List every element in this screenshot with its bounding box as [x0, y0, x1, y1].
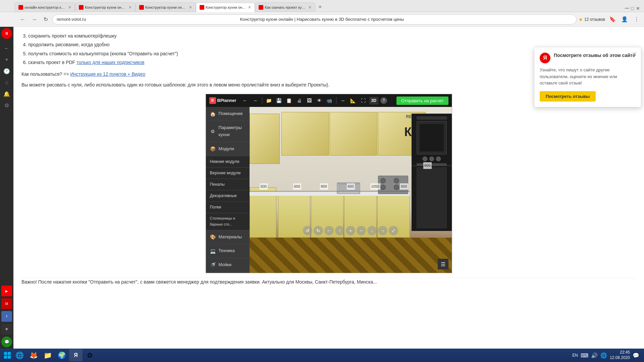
upper-cab-2: [330, 112, 377, 156]
popup-reviews-button[interactable]: Посмотреть отзывы: [540, 91, 596, 102]
toolbar-measure-icon[interactable]: ↔: [339, 97, 347, 105]
submenu-item-upper[interactable]: Верхние модули: [206, 168, 250, 179]
tab-close-4[interactable]: ✕: [248, 5, 251, 10]
taskbar-network-icon[interactable]: 🌐: [600, 352, 607, 359]
nav-pan[interactable]: ⤢: [389, 226, 398, 235]
close-button[interactable]: ✕: [636, 6, 640, 11]
submenu-item-decorative[interactable]: Декоративные: [206, 190, 250, 202]
menu-item-interior[interactable]: 🪑 Интерьер: [206, 272, 250, 273]
toolbar-open-icon[interactable]: 📁: [265, 97, 273, 105]
tab-4[interactable]: Конструктор кухни он... ✕: [196, 3, 255, 12]
toolbar-eye-icon[interactable]: 👁: [315, 97, 323, 105]
facebook-icon[interactable]: f: [1, 311, 12, 322]
toolbar-image-icon[interactable]: 🖼: [305, 97, 313, 105]
tab-favicon-3: [139, 5, 144, 10]
chat-icon[interactable]: 💬: [1, 337, 12, 347]
toolbar-save-icon[interactable]: 💾: [275, 97, 283, 105]
tab-close-1[interactable]: ✕: [68, 5, 71, 10]
nav-rotate-left[interactable]: ↺: [303, 226, 312, 235]
tab-close-2[interactable]: ✕: [128, 5, 132, 10]
toolbar-copy-icon[interactable]: 📋: [285, 97, 293, 105]
oven-screen: [417, 121, 447, 155]
address-bar: ← → ↻ remont-volot.ru Конструктор кухни …: [0, 12, 644, 27]
back-button[interactable]: ←: [18, 15, 28, 24]
menu-item-modules[interactable]: 📦 Модули: [206, 142, 250, 156]
url-bar[interactable]: remont-volot.ru: [52, 14, 577, 24]
tab-close-5[interactable]: ✕: [308, 5, 312, 10]
add-sidebar-icon[interactable]: +: [1, 324, 12, 335]
gmail-icon[interactable]: M: [1, 298, 12, 309]
profile-icon[interactable]: 👤: [620, 15, 629, 24]
taskbar-date-value: 12.08.2020: [610, 355, 630, 361]
submenu-item-countertops[interactable]: Столешницы и барные сто...: [206, 213, 250, 230]
nav-move-left[interactable]: ←: [324, 226, 334, 235]
menu-item-tech[interactable]: 💻 Техника: [206, 244, 250, 258]
popup-close-button[interactable]: ✕: [632, 51, 637, 58]
sidebar-bookmark-add[interactable]: +: [1, 54, 12, 65]
toolbar-video-icon[interactable]: 📹: [325, 97, 333, 105]
popup-header: Я Посмотрите отзывы об этом сайте: [540, 53, 636, 63]
taskbar-notification-icon[interactable]: 💬: [633, 352, 639, 359]
sidebar-star-icon[interactable]: ☆: [1, 77, 12, 88]
toolbar-3d-button[interactable]: 3D: [369, 97, 378, 105]
oven-cabinet: [412, 114, 452, 231]
toolbar-flag-icon[interactable]: 📐: [349, 97, 357, 105]
bookmark-icon[interactable]: 🔖: [608, 15, 617, 24]
dim-600-1: 600: [293, 183, 301, 190]
nav-move-right[interactable]: →: [378, 226, 387, 235]
taskbar-chrome[interactable]: 🌐: [13, 349, 26, 361]
yandex-icon[interactable]: Я: [1, 28, 12, 39]
tab-5[interactable]: Как скачать проект кухн... ✕: [255, 2, 315, 12]
submenu-item-lower[interactable]: Нижние модули: [206, 156, 250, 168]
submenu-item-shelves[interactable]: Полки: [206, 202, 250, 213]
pdf-link[interactable]: только для наших подписчиков: [76, 60, 145, 65]
toolbar-forward-icon[interactable]: →: [251, 97, 259, 105]
tab-1[interactable]: онлайн конструктор ку... ✕: [15, 2, 75, 12]
send-for-calculation-button[interactable]: Отправить на расчет: [396, 97, 448, 105]
nav-move-up[interactable]: ↑: [335, 226, 344, 235]
modules-icon: 📦: [210, 146, 216, 152]
tab-2[interactable]: Конструктор кухни онл... ✕: [75, 2, 136, 12]
taskbar-maps[interactable]: 🌍: [55, 349, 68, 361]
maximize-button[interactable]: □: [631, 6, 634, 11]
toolbar-separator-2: [336, 97, 336, 104]
reviews-badge[interactable]: ★ 12 отзывов: [579, 17, 605, 22]
tab-close-3[interactable]: ✕: [189, 5, 192, 10]
tab-title-3: Конструктор кухни онл...: [145, 5, 186, 9]
menu-item-sink[interactable]: 🚿 Мойки: [206, 258, 250, 272]
menu-icon[interactable]: ⋮: [632, 15, 641, 24]
nav-zoom-out[interactable]: −: [357, 226, 366, 235]
youtube-icon[interactable]: ▶: [1, 286, 12, 296]
refresh-button[interactable]: ↻: [41, 15, 50, 24]
taskbar-explorer[interactable]: 📁: [41, 349, 54, 361]
url-text: remont-volot.ru: [57, 17, 572, 22]
taskbar-yandex[interactable]: Я: [69, 349, 83, 361]
nav-move-down[interactable]: ↓: [367, 226, 377, 235]
tab-title-5: Как скачать проект кухн...: [265, 5, 306, 9]
taskbar-keyboard-icon[interactable]: ⌨: [581, 352, 588, 359]
sidebar-settings-icon[interactable]: ⚙: [1, 100, 12, 111]
toolbar-back-icon[interactable]: ←: [241, 97, 249, 105]
menu-item-params[interactable]: ⚙ Параметры кухни: [206, 121, 250, 142]
instruction-link[interactable]: Инструкция из 12 пунктов + Видео: [70, 71, 146, 77]
taskbar-volume-icon[interactable]: 🔊: [591, 352, 598, 359]
sidebar-notification-icon[interactable]: 🔔: [1, 88, 12, 99]
tab-3[interactable]: Конструктор кухни онл... ✕: [136, 2, 196, 12]
new-tab-button[interactable]: +: [315, 2, 325, 12]
sidebar-back-icon[interactable]: ←: [1, 43, 12, 54]
taskbar-ie[interactable]: 🦊: [27, 349, 40, 361]
nav-rotate-right[interactable]: ↻: [314, 226, 323, 235]
toolbar-print-icon[interactable]: 🖨: [295, 97, 303, 105]
forward-button[interactable]: →: [30, 15, 39, 24]
submenu-item-pantry[interactable]: Пеналы: [206, 179, 250, 190]
menu-item-materials[interactable]: 🎨 Материалы: [206, 230, 250, 244]
toolbar-help-icon[interactable]: ?: [380, 97, 387, 104]
minimize-button[interactable]: ─: [625, 5, 629, 12]
view-list-button[interactable]: ☰: [438, 259, 448, 269]
taskbar-tool[interactable]: ⚙: [83, 349, 97, 361]
menu-item-room[interactable]: 🏠 Помещение: [206, 107, 250, 121]
toolbar-fullscreen-icon[interactable]: ⛶: [359, 97, 367, 105]
nav-zoom-in[interactable]: +: [346, 226, 355, 235]
windows-start-button[interactable]: [2, 350, 13, 361]
sidebar-history-icon[interactable]: 🕐: [1, 66, 12, 76]
